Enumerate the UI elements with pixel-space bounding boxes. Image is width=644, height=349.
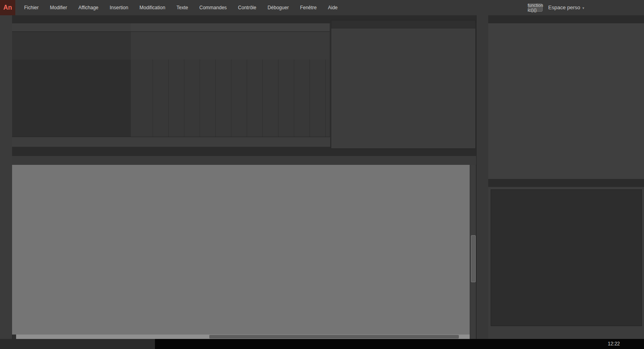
menu-texte[interactable]: Texte	[171, 5, 194, 10]
chevron-down-icon: ▼	[582, 6, 585, 10]
menu-fichier[interactable]: Fichier	[19, 5, 44, 10]
frames-empty-area	[131, 60, 330, 137]
taskbar: 12:22	[0, 339, 644, 349]
vertical-scrollbar[interactable]	[470, 165, 476, 339]
horizontal-scrollbar-thumb[interactable]	[209, 335, 459, 339]
menu-fenêtre[interactable]: Fenêtre	[294, 5, 322, 10]
timeline-status-bar	[12, 137, 330, 147]
taskbar-clock: 12:22	[608, 341, 620, 347]
workspace-label: Espace perso	[548, 4, 580, 10]
layers-empty-area	[12, 60, 131, 137]
stage-canvas[interactable]	[12, 165, 470, 335]
app-logo: An	[0, 0, 15, 15]
timeline-ruler[interactable]	[131, 23, 330, 32]
timeline-frames[interactable]	[131, 23, 330, 137]
horizontal-scrollbar[interactable]	[16, 335, 470, 339]
sync-settings-button[interactable]: function ic(){}	[528, 4, 543, 12]
vertical-scrollbar-thumb[interactable]	[471, 235, 476, 282]
swatches-panel	[488, 179, 644, 349]
menu-commandes[interactable]: Commandes	[194, 5, 232, 10]
transform-tab-bar	[331, 21, 475, 29]
swatches-tab-bar	[488, 179, 644, 187]
layers-header	[12, 23, 131, 32]
menu-contrôle[interactable]: Contrôle	[232, 5, 262, 10]
taskbar-black-area: 12:22	[155, 339, 644, 349]
workspace-switcher[interactable]: Espace perso ▼	[548, 4, 585, 10]
properties-tab-bar	[488, 15, 644, 23]
menu-insertion[interactable]: Insertion	[104, 5, 134, 10]
edit-bar	[12, 156, 476, 165]
animate-application-window: An FichierModifierAffichageInsertionModi…	[0, 0, 644, 349]
swatches-well	[491, 189, 642, 326]
menu-déboguer[interactable]: Déboguer	[262, 5, 295, 10]
menu-bar: An FichierModifierAffichageInsertionModi…	[0, 0, 644, 16]
tools-panel	[0, 15, 12, 349]
menu-list: FichierModifierAffichageInsertionModific…	[19, 0, 343, 15]
properties-panel	[488, 15, 644, 179]
menu-aide[interactable]: Aide	[322, 5, 343, 10]
menu-modifier[interactable]: Modifier	[44, 5, 73, 10]
menu-modification[interactable]: Modification	[134, 5, 171, 10]
panel-icon-dock	[476, 15, 489, 349]
timeline-layers	[12, 23, 131, 137]
transform-panel	[331, 20, 476, 149]
menu-affichage[interactable]: Affichage	[73, 5, 104, 10]
